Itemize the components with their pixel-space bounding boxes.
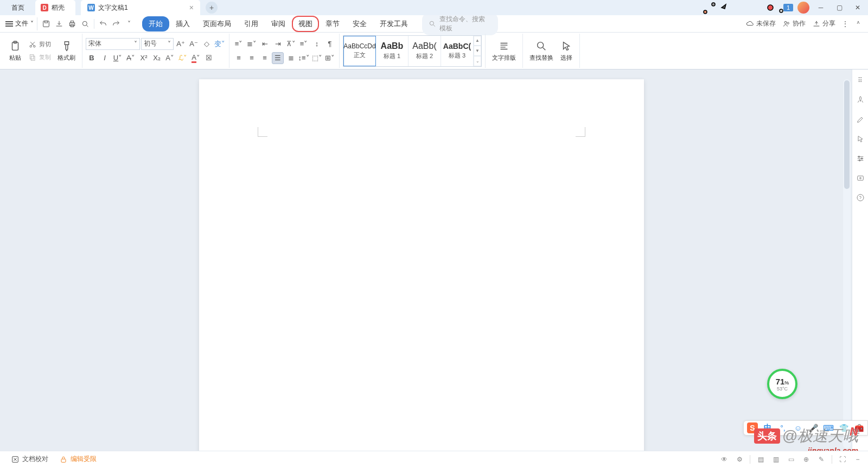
more-menu-icon[interactable]: ⋮ — [842, 20, 848, 28]
file-menu[interactable]: 文件 ˅ — [2, 17, 37, 30]
user-avatar[interactable] — [797, 2, 809, 14]
style-heading3[interactable]: AaBbC( 标题 3 — [441, 36, 474, 66]
collaborate-button[interactable]: 协作 — [782, 19, 806, 28]
text-direction-icon[interactable]: ⊼˅ — [285, 38, 297, 50]
font-size-select[interactable]: 初号˅ — [141, 38, 174, 50]
borders-icon[interactable]: ⊞˅ — [324, 52, 336, 64]
collapse-ribbon-icon[interactable]: ＾ — [855, 19, 861, 28]
view-outline-icon[interactable]: ▥ — [771, 455, 781, 464]
view-reading-icon[interactable]: 👁 — [719, 455, 729, 464]
find-replace-button[interactable]: 查找替换 — [526, 39, 557, 63]
add-tab-button[interactable]: + — [206, 2, 218, 14]
zoom-out-icon[interactable]: − — [853, 455, 863, 464]
page[interactable] — [199, 79, 644, 451]
gallery-scroll[interactable]: ▲▼⌄ — [474, 36, 481, 66]
tab-view[interactable]: 视图 — [292, 16, 319, 32]
align-justify-icon[interactable]: ☰ — [272, 52, 284, 64]
tab-chapter[interactable]: 章节 — [319, 16, 346, 31]
minimize-button[interactable]: ─ — [814, 2, 828, 13]
underline-icon[interactable]: U˅ — [112, 52, 124, 64]
char-border-icon[interactable]: ☒ — [203, 52, 215, 64]
superscript-icon[interactable]: X² — [138, 52, 150, 64]
tab-devtools[interactable]: 开发工具 — [373, 16, 414, 31]
cursor-icon[interactable] — [855, 134, 866, 144]
text-layout-button[interactable]: 文字排版 — [489, 39, 519, 63]
tab-daoke[interactable]: D 稻壳 — [35, 0, 75, 15]
tab-reference[interactable]: 引用 — [238, 16, 265, 31]
settings-slider-icon[interactable] — [855, 153, 866, 164]
style-body[interactable]: AaBbCcDd 正文 — [343, 36, 376, 66]
help-icon[interactable] — [855, 192, 866, 203]
tab-pagelayout[interactable]: 页面布局 — [196, 16, 238, 31]
subscript-icon[interactable]: X₂ — [151, 52, 163, 64]
view-web-icon[interactable]: ⊕ — [801, 455, 811, 464]
scrollbar-thumb[interactable] — [844, 80, 850, 189]
output-icon[interactable] — [53, 17, 66, 30]
document-viewport[interactable] — [0, 70, 843, 451]
paragraph-mark-icon[interactable]: ¶ — [324, 38, 336, 50]
increase-size-icon[interactable]: A⁺ — [175, 38, 187, 50]
preview-icon[interactable] — [79, 17, 92, 30]
view-gear-icon[interactable]: ⚙ — [735, 455, 744, 464]
increase-indent-icon[interactable]: ⇥ — [272, 38, 284, 50]
italic-icon[interactable]: I — [99, 52, 111, 64]
unsaved-status[interactable]: 未保存 — [746, 19, 776, 28]
tab-start[interactable]: 开始 — [142, 16, 169, 31]
style-heading1[interactable]: AaBb 标题 1 — [376, 36, 409, 66]
style-heading2[interactable]: AaBb( 标题 2 — [409, 36, 441, 66]
format-painter-button[interactable]: 格式刷 — [54, 39, 79, 63]
decrease-size-icon[interactable]: A⁻ — [188, 38, 200, 50]
bold-icon[interactable]: B — [86, 52, 98, 64]
tab-home[interactable]: 首页 — [0, 0, 35, 15]
view-book-icon[interactable]: ▭ — [786, 455, 796, 464]
view-draft-icon[interactable]: ✎ — [816, 455, 826, 464]
strike-icon[interactable]: A̶˅ — [125, 52, 137, 64]
highlight-icon[interactable]: ℒ˅ — [177, 52, 189, 64]
align-left-icon[interactable]: ≡ — [233, 52, 245, 64]
align-right-icon[interactable]: ≡ — [259, 52, 271, 64]
text-effect-icon[interactable]: A˅ — [164, 52, 176, 64]
shading-icon[interactable]: ⬚˅ — [311, 52, 323, 64]
backup-icon[interactable] — [855, 173, 866, 184]
view-layout-icon[interactable]: ▤ — [756, 455, 765, 464]
number-list-icon[interactable]: ≣˅ — [246, 38, 258, 50]
restricted-edit-button[interactable]: 编辑受限 — [54, 455, 102, 464]
search-box[interactable]: 查找命令、搜索模板 — [422, 12, 498, 35]
redo-icon[interactable] — [110, 17, 123, 30]
tab-document[interactable]: W 文字文稿1 × — [81, 0, 200, 15]
clear-format-icon[interactable]: ◇ — [201, 38, 213, 50]
proofread-button[interactable]: 文档校对 — [5, 455, 54, 464]
fit-page-icon[interactable]: ⛶ — [838, 455, 847, 464]
line-spacing-icon[interactable]: ↕≡˅ — [298, 52, 310, 64]
close-window-button[interactable]: ✕ — [851, 2, 865, 13]
align-distribute-icon[interactable]: ≡˅ — [298, 38, 310, 50]
rocket-icon[interactable] — [855, 94, 866, 105]
tab-safety[interactable]: 安全 — [346, 16, 373, 31]
sort-icon[interactable]: ↕ — [311, 38, 323, 50]
save-icon[interactable] — [40, 17, 53, 30]
close-tab-icon[interactable]: × — [189, 3, 194, 12]
phonetic-icon[interactable]: 变˅ — [214, 38, 226, 50]
cut-button[interactable]: 剪切 — [26, 39, 53, 50]
paste-button[interactable]: 粘贴 — [5, 39, 25, 63]
tab-insert[interactable]: 插入 — [169, 16, 196, 31]
notification-badge[interactable]: 1 — [783, 4, 793, 11]
font-name-select[interactable]: 宋体˅ — [86, 38, 140, 50]
collapse-grip-icon[interactable]: ⠿ — [855, 75, 866, 86]
pen-icon[interactable] — [855, 114, 866, 125]
bullet-list-icon[interactable]: ≡˅ — [233, 38, 245, 50]
select-button[interactable]: 选择 — [557, 39, 576, 63]
performance-widget[interactable]: 71% 53°C — [767, 369, 797, 399]
vertical-scrollbar[interactable] — [843, 79, 851, 449]
copy-button[interactable]: 复制 — [26, 52, 53, 63]
decrease-indent-icon[interactable]: ⇤ — [259, 38, 271, 50]
maximize-button[interactable]: ▢ — [832, 2, 846, 13]
distribute-icon[interactable]: ≣ — [285, 52, 297, 64]
font-color-icon[interactable]: A˅ — [190, 52, 202, 64]
align-center-icon[interactable]: ≡ — [246, 52, 258, 64]
share-button[interactable]: 分享 — [812, 19, 835, 28]
undo-icon[interactable] — [97, 17, 110, 30]
tab-review[interactable]: 审阅 — [265, 16, 292, 31]
qat-dropdown-icon[interactable]: ˅ — [123, 17, 136, 30]
print-icon[interactable] — [66, 17, 79, 30]
